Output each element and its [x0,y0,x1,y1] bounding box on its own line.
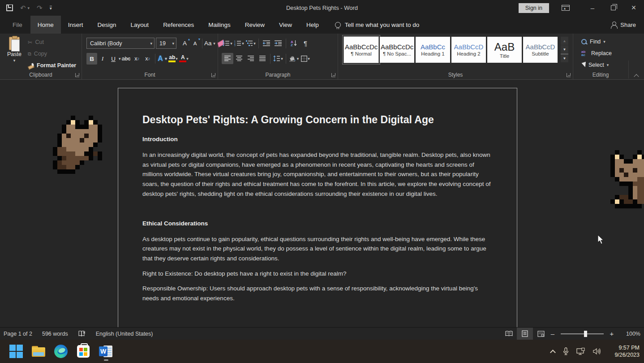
share-button[interactable]: Share [611,16,636,34]
paragraph-dialog-launcher-icon[interactable] [331,73,335,77]
borders-button[interactable]: ▾ [300,53,311,64]
underline-button[interactable]: U [108,53,119,65]
styles-scroll-up-icon[interactable]: ▲ [561,37,568,45]
font-dialog-launcher-icon[interactable] [211,73,215,77]
select-dropdown-icon[interactable]: ▾ [607,63,609,67]
read-mode-button[interactable] [501,328,517,340]
style-card-heading2[interactable]: AaBbCcD Heading 2 [451,37,486,63]
speaker-icon[interactable] [593,348,601,355]
font-size-combo[interactable]: 19 ▾ [156,38,176,49]
text-effects-button[interactable]: A ▾ [157,53,168,65]
web-layout-button[interactable] [533,328,549,340]
style-card-title[interactable]: AaB Title [487,37,522,63]
subscript-button[interactable]: x2 [132,53,142,65]
font-name-combo[interactable]: Calibri (Body ▾ [86,38,155,49]
tab-help[interactable]: Help [299,16,326,34]
clipboard-dialog-launcher-icon[interactable] [75,73,79,77]
zoom-slider[interactable] [561,333,604,334]
style-card-no-spacing[interactable]: AaBbCcDc ¶ No Spac... [380,37,414,63]
highlight-dropdown-icon[interactable]: ▾ [176,56,178,61]
multilevel-dropdown-icon[interactable]: ▾ [253,41,256,46]
style-card-normal[interactable]: AaBbCcDc ¶ Normal [344,37,378,63]
shading-dropdown-icon[interactable]: ▾ [297,56,299,61]
tab-layout[interactable]: Layout [124,16,156,34]
numbering-button[interactable]: 123 ▾ [233,38,245,49]
italic-button[interactable]: I [97,53,108,65]
edge-browser-button[interactable] [54,344,68,359]
align-right-button[interactable] [245,53,257,64]
paste-dropdown-icon[interactable]: ▾ [13,58,16,63]
zoom-slider-thumb[interactable] [584,331,587,337]
tab-home[interactable]: Home [30,16,61,34]
shading-button[interactable]: ▾ [288,53,300,64]
find-dropdown-icon[interactable]: ▾ [603,39,605,44]
tab-file[interactable]: File [4,16,30,34]
styles-scroll-down-icon[interactable]: ▼ [561,45,568,53]
style-card-subtitle[interactable]: AaBbCcD Subtitle [523,37,558,63]
language-indicator[interactable]: English (United States) [96,331,153,337]
replace-button[interactable]: abac Replace [580,48,614,59]
undo-dropdown-icon[interactable]: ▾ [28,6,30,10]
highlight-color-button[interactable]: ab ▾ [168,53,179,65]
print-layout-button[interactable] [517,328,533,340]
select-button[interactable]: Select ▾ [580,59,614,71]
page-indicator[interactable]: Page 1 of 2 [4,331,32,337]
format-painter-button[interactable]: Format Painter [26,60,78,71]
ribbon-display-options-icon[interactable] [562,5,570,11]
zoom-out-button[interactable]: – [549,330,556,337]
microphone-icon[interactable] [563,347,569,355]
align-left-button[interactable] [222,53,233,64]
tab-references[interactable]: References [156,16,201,34]
tab-design[interactable]: Design [90,16,124,34]
show-formatting-button[interactable]: ¶ [300,38,311,49]
styles-more-icon[interactable]: ▼ [561,54,568,62]
tab-mailings[interactable]: Mailings [201,16,238,34]
save-icon[interactable] [6,4,13,11]
decrease-indent-button[interactable] [261,38,272,49]
sign-in-button[interactable]: Sign in [519,3,549,13]
tab-review[interactable]: Review [238,16,272,34]
align-center-button[interactable] [233,53,245,64]
borders-dropdown-icon[interactable]: ▾ [308,56,310,61]
strikethrough-button[interactable]: abc [121,53,132,65]
taskbar-clock[interactable]: 9:57 PM 9/26/2023 [609,344,640,359]
font-size-dropdown-icon[interactable]: ▾ [170,41,174,46]
start-button[interactable] [9,344,23,359]
network-icon[interactable] [576,348,585,355]
minimize-button[interactable]: – [582,0,603,16]
undo-icon[interactable]: ↶ [20,4,26,12]
word-taskbar-button[interactable]: W [99,344,113,359]
proofing-errors-icon[interactable] [78,330,86,337]
font-color-dropdown-icon[interactable]: ▾ [186,56,189,61]
zoom-level[interactable]: 100% [622,331,640,337]
customize-qat-icon[interactable]: ▾ [50,6,52,10]
multilevel-list-button[interactable]: ▾ [245,38,257,49]
bullets-dropdown-icon[interactable]: ▾ [230,41,232,46]
bullets-button[interactable]: ▾ [222,38,233,49]
document-page[interactable]: Desktop Pets' Rights: A Growing Concern … [118,88,517,327]
grow-font-button[interactable]: A [180,38,190,49]
word-count[interactable]: 596 words [42,331,68,337]
tray-expand-icon[interactable] [550,350,555,353]
increase-indent-button[interactable] [272,38,284,49]
tab-view[interactable]: View [272,16,299,34]
copy-button[interactable]: ⧉ Copy [26,48,78,60]
zoom-in-button[interactable]: + [608,330,615,337]
justify-button[interactable] [257,53,268,64]
underline-dropdown-icon[interactable]: ▾ [119,56,121,61]
find-button[interactable]: Find ▾ [580,36,614,48]
tell-me-box[interactable]: Tell me what you want to do [335,16,420,34]
line-spacing-dropdown-icon[interactable]: ▾ [281,56,283,61]
close-button[interactable]: × [623,0,644,16]
file-explorer-button[interactable] [31,344,46,359]
styles-dialog-launcher-icon[interactable] [567,73,571,77]
tab-insert[interactable]: Insert [61,16,90,34]
microsoft-store-button[interactable] [76,344,90,359]
paste-button[interactable]: Paste ▾ [4,37,25,70]
superscript-button[interactable]: x2 [142,53,153,65]
collapse-ribbon-icon[interactable] [634,74,640,78]
line-spacing-button[interactable]: ▾ [272,53,284,64]
font-name-dropdown-icon[interactable]: ▾ [148,41,152,46]
style-card-heading1[interactable]: AaBbCc Heading 1 [416,37,450,63]
numbering-dropdown-icon[interactable]: ▾ [242,41,244,46]
